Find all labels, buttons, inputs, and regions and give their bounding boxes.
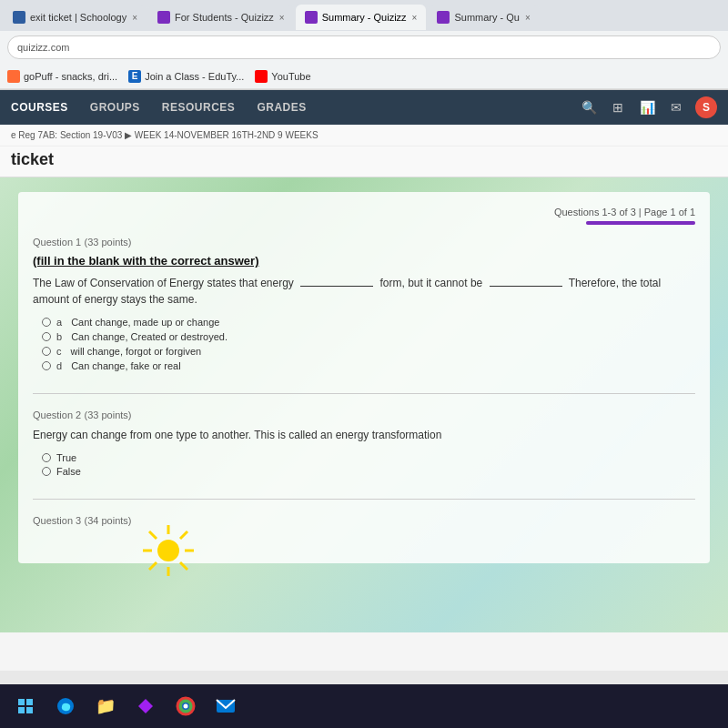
bookmark-edtu[interactable]: E Join a Class - EduTy... (128, 70, 244, 83)
bookmarks-bar: goPuff - snacks, dri... E Join a Class -… (0, 64, 728, 89)
question-2-options: True False (33, 452, 695, 477)
radio-2-false[interactable] (42, 467, 51, 476)
tab-quizizz-students-close[interactable]: × (279, 13, 285, 23)
question-2-body: Energy can change from one type to anoth… (33, 427, 695, 443)
tab-schoology-label: exit ticket | Schoology (30, 12, 126, 23)
option-2-true[interactable]: True (42, 452, 695, 463)
option-label-c: c (56, 346, 62, 357)
svg-rect-11 (18, 707, 25, 713)
quizizz-tab-icon-3 (437, 11, 450, 24)
radio-1a[interactable] (42, 318, 51, 327)
youtube-icon (255, 70, 268, 83)
radio-2-true[interactable] (42, 453, 51, 462)
tab-schoology[interactable]: exit ticket | Schoology × (4, 5, 147, 30)
option-1d-text: Can change, fake or real (71, 360, 180, 371)
radio-1c[interactable] (42, 347, 51, 356)
bookmark-gopuff-label: goPuff - snacks, dri... (24, 71, 117, 82)
option-1a[interactable]: a Cant change, made up or change (42, 317, 695, 328)
nav-courses[interactable]: COURSES (11, 101, 68, 114)
nav-resources[interactable]: RESOURCES (162, 101, 236, 114)
question-3: Question 3 (34 points) (33, 514, 695, 527)
q3-number-text: Question 3 (33, 515, 81, 526)
folder-icon: 📁 (96, 696, 116, 716)
breadcrumb-text: e Reg 7AB: Section 19-V03 ▶ WEEK 14-NOVE… (11, 130, 318, 140)
questions-header: Questions 1-3 of 3 | Page 1 of 1 (33, 207, 695, 225)
option-label-b: b (56, 331, 62, 342)
q2-body-text: Energy can change from one type to anoth… (33, 429, 441, 441)
question-1-options: a Cant change, made up or change b Can c… (33, 317, 695, 371)
quizizz-tab-icon-1 (157, 11, 170, 24)
app3-icon (136, 697, 155, 715)
chart-icon[interactable]: 📊 (637, 97, 657, 117)
bookmark-youtube[interactable]: YouTube (255, 70, 310, 83)
question-1-text: (fill in the blank with the correct answ… (33, 254, 695, 268)
nav-icons: 🔍 ⊞ 📊 ✉ S (579, 96, 717, 118)
gopuff-icon (7, 70, 20, 83)
blank-1 (300, 286, 373, 287)
start-button[interactable] (7, 688, 44, 724)
question-2: Question 2 (33 points) Energy can change… (33, 409, 695, 477)
radio-1d[interactable] (42, 361, 51, 370)
quiz-content: Questions 1-3 of 3 | Page 1 of 1 Questio… (0, 177, 728, 632)
svg-line-8 (149, 562, 157, 570)
option-1a-text: Cant change, made up or change (71, 317, 219, 328)
avatar-initial: S (703, 101, 710, 114)
sun-rays-svg (141, 523, 196, 578)
question-2-number: Question 2 (33 points) (33, 409, 695, 421)
blank-2 (490, 286, 562, 287)
q3-points-text: (34 points) (85, 515, 132, 526)
svg-point-0 (157, 540, 179, 561)
content-area: e Reg 7AB: Section 19-V03 ▶ WEEK 14-NOVE… (0, 125, 728, 671)
q1-points-text: (33 points) (85, 237, 132, 248)
svg-marker-14 (138, 699, 153, 713)
bookmark-gopuff[interactable]: goPuff - snacks, dri... (7, 70, 117, 83)
page-title-text: ticket (11, 150, 54, 168)
option-label-d: d (56, 360, 62, 371)
question-3-number: Question 3 (34 points) (33, 514, 695, 527)
user-avatar[interactable]: S (695, 96, 717, 118)
tab-quizizz-students-label: For Students - Quizizz (175, 12, 274, 23)
svg-rect-12 (26, 707, 33, 713)
taskbar: 📁 (0, 684, 728, 728)
search-icon[interactable]: 🔍 (579, 97, 599, 117)
breadcrumb: e Reg 7AB: Section 19-V03 ▶ WEEK 14-NOVE… (0, 125, 728, 147)
edty-icon: E (128, 70, 141, 83)
nav-grades[interactable]: GRADES (257, 101, 306, 114)
q1-text-content: (fill in the blank with the correct answ… (33, 254, 259, 268)
grid-icon[interactable]: ⊞ (608, 97, 628, 117)
mail-icon[interactable]: ✉ (666, 97, 686, 117)
url-input[interactable]: quizizz.com (7, 35, 721, 59)
file-explorer-button[interactable]: 📁 (87, 688, 124, 724)
radio-1b[interactable] (42, 332, 51, 341)
nav-groups[interactable]: GROUPS (90, 101, 140, 114)
edge-button[interactable] (47, 688, 84, 724)
questions-header-text: Questions 1-3 of 3 | Page 1 of 1 (554, 207, 695, 217)
q2-points-text: (33 points) (85, 410, 132, 420)
schoology-tab-icon (13, 11, 25, 24)
tab-bar: exit ticket | Schoology × For Students -… (0, 0, 728, 31)
page-title: ticket (0, 147, 728, 177)
divider-2 (33, 499, 695, 500)
tab-summary-2-close[interactable]: × (525, 13, 531, 23)
tab-summary-2[interactable]: Summary - Qu × (428, 5, 539, 30)
app3-button[interactable] (127, 688, 164, 724)
bookmark-edtu-label: Join a Class - EduTy... (145, 71, 244, 82)
tab-schoology-close[interactable]: × (132, 13, 137, 23)
tab-summary-close[interactable]: × (412, 13, 418, 23)
option-1c-text: will change, forgot or forgiven (71, 346, 202, 357)
quiz-content-inner: Questions 1-3 of 3 | Page 1 of 1 Questio… (18, 192, 710, 563)
question-1: Question 1 (33 points) (fill in the blan… (33, 236, 695, 371)
q2-number-text: Question 2 (33, 410, 81, 420)
option-1c[interactable]: c will change, forgot or forgiven (42, 346, 695, 357)
divider-1 (33, 393, 695, 394)
progress-bar (586, 221, 695, 225)
option-false-label: False (56, 466, 81, 477)
sun-decoration (141, 523, 196, 578)
option-1b[interactable]: b Can change, Created or destroyed. (42, 331, 695, 342)
chrome-button[interactable] (167, 688, 204, 724)
option-1d[interactable]: d Can change, fake or real (42, 360, 695, 371)
tab-summary-active[interactable]: Summary - Quizizz × (296, 5, 427, 30)
tab-quizizz-students[interactable]: For Students - Quizizz × (148, 5, 294, 30)
option-2-false[interactable]: False (42, 466, 695, 477)
mail-button[interactable] (207, 688, 244, 724)
